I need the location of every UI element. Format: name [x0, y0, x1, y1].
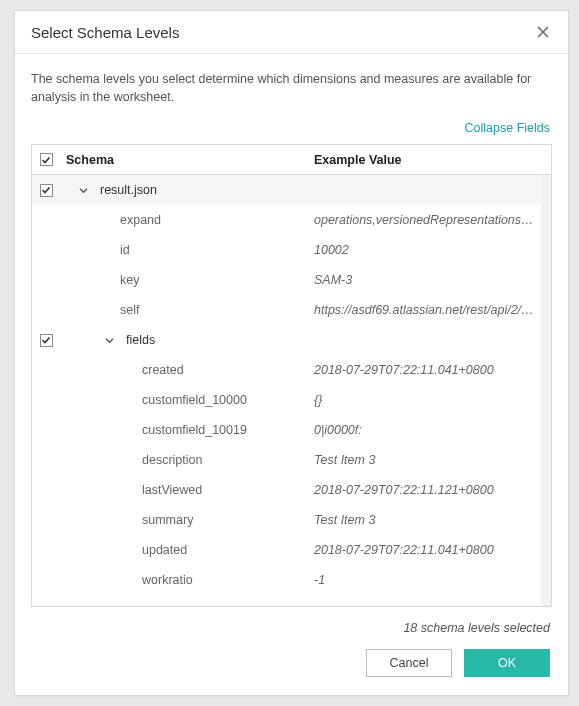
- group-name: fields: [126, 333, 155, 347]
- table-row: self https://asdf69.atlassian.net/rest/a…: [32, 295, 551, 325]
- table-header: Schema Example Value: [32, 145, 551, 175]
- chevron-down-icon[interactable]: [102, 333, 116, 347]
- collapse-fields-link[interactable]: Collapse Fields: [465, 121, 550, 135]
- field-name: workratio: [60, 573, 312, 587]
- table-row: updated 2018-07-29T07:22:11.041+0800: [32, 535, 551, 565]
- header-example: Example Value: [312, 153, 551, 167]
- field-name: updated: [60, 543, 312, 557]
- table-row: lastViewed 2018-07-29T07:22:11.121+0800: [32, 475, 551, 505]
- table-row: description Test Item 3: [32, 445, 551, 475]
- field-name: self: [60, 303, 312, 317]
- table-body[interactable]: result.json expand operations,versionedR…: [32, 175, 551, 606]
- field-name: summary: [60, 513, 312, 527]
- table-row: id 10002: [32, 235, 551, 265]
- scrollbar[interactable]: [541, 175, 551, 606]
- table-row: summary Test Item 3: [32, 505, 551, 535]
- table-row: workratio -1: [32, 565, 551, 595]
- example-value: 2018-07-29T07:22:11.041+0800: [312, 543, 551, 557]
- example-value: https://asdf69.atlassian.net/rest/api/2/…: [312, 303, 551, 317]
- field-name: id: [60, 243, 312, 257]
- chevron-down-icon[interactable]: [76, 183, 90, 197]
- cancel-button[interactable]: Cancel: [366, 649, 452, 677]
- example-value: {}: [312, 393, 551, 407]
- schema-table: Schema Example Value result.json: [31, 144, 552, 607]
- table-row: created 2018-07-29T07:22:11.041+0800: [32, 355, 551, 385]
- dialog-intro: The schema levels you select determine w…: [15, 54, 568, 116]
- field-name: customfield_10000: [60, 393, 312, 407]
- header-schema: Schema: [60, 153, 312, 167]
- example-value: 2018-07-29T07:22:11.041+0800: [312, 363, 551, 377]
- example-value: 2018-07-29T07:22:11.121+0800: [312, 483, 551, 497]
- check-icon: [41, 335, 51, 345]
- field-name: key: [60, 273, 312, 287]
- table-row: expand operations,versionedRepresentatio…: [32, 205, 551, 235]
- example-value: 10002: [312, 243, 551, 257]
- field-name: lastViewed: [60, 483, 312, 497]
- check-icon: [41, 155, 51, 165]
- table-row: customfield_10000 {}: [32, 385, 551, 415]
- select-all-checkbox[interactable]: [40, 153, 53, 166]
- example-value: Test Item 3: [312, 453, 551, 467]
- example-value: -1: [312, 573, 551, 587]
- group-name: result.json: [100, 183, 157, 197]
- row-checkbox[interactable]: [40, 184, 53, 197]
- table-row: key SAM-3: [32, 265, 551, 295]
- table-row: [32, 595, 551, 606]
- example-value: 0|i0000f:: [312, 423, 551, 437]
- field-name: expand: [60, 213, 312, 227]
- group-row[interactable]: result.json: [32, 175, 551, 205]
- dialog-title: Select Schema Levels: [31, 24, 179, 41]
- example-value: Test Item 3: [312, 513, 551, 527]
- field-name: customfield_10019: [60, 423, 312, 437]
- collapse-row: Collapse Fields: [15, 116, 568, 144]
- check-icon: [41, 185, 51, 195]
- select-schema-dialog: Select Schema Levels The schema levels y…: [14, 10, 569, 696]
- close-button[interactable]: [534, 23, 552, 41]
- dialog-footer: Cancel OK: [15, 641, 568, 695]
- row-checkbox[interactable]: [40, 334, 53, 347]
- close-icon: [536, 25, 550, 39]
- table-row: customfield_10019 0|i0000f:: [32, 415, 551, 445]
- ok-button[interactable]: OK: [464, 649, 550, 677]
- status-text: 18 schema levels selected: [15, 607, 568, 641]
- example-value: operations,versionedRepresentations,edit…: [312, 213, 551, 227]
- field-name: description: [60, 453, 312, 467]
- field-name: created: [60, 363, 312, 377]
- group-row[interactable]: fields: [32, 325, 551, 355]
- titlebar: Select Schema Levels: [15, 11, 568, 54]
- example-value: SAM-3: [312, 273, 551, 287]
